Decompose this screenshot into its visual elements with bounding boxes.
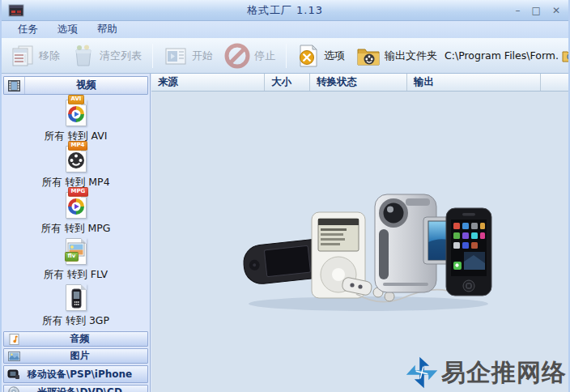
sidebar-item-all-to-mpg[interactable]: MPG 所有 转到 MPG <box>3 190 148 236</box>
start-icon <box>164 44 188 68</box>
output-folder-label: 输出文件夹 <box>385 49 437 63</box>
toolbar: 移除 清空列表 开始 <box>0 38 570 74</box>
trash-icon <box>71 44 96 68</box>
cd-disc-icon <box>4 386 23 392</box>
picture-icon <box>4 352 23 361</box>
sidebar-item-all-to-avi[interactable]: AVI 所有 转到 AVI <box>3 97 148 143</box>
output-folder-button[interactable]: 输出文件夹 <box>351 42 443 70</box>
flv-file-icon: flv <box>62 236 91 266</box>
sidebar-item-label: 所有 转到 FLV <box>44 268 108 282</box>
mpg-file-icon: MPG <box>62 190 91 220</box>
main-panel: 来源 大小 转换状态 输出 <box>151 74 570 392</box>
output-path-value: C:\Program Files\Form. <box>445 49 559 62</box>
watermark-logo-icon <box>404 355 440 390</box>
music-note-icon <box>4 334 23 345</box>
browse-output-button[interactable] <box>562 49 570 63</box>
menu-options[interactable]: 选项 <box>53 22 83 37</box>
options-icon <box>297 44 320 68</box>
titlebar: 格式工厂 1.13 – □ ✕ <box>0 0 570 21</box>
column-convert-state[interactable]: 转换状态 <box>310 74 407 91</box>
start-label: 开始 <box>192 49 213 63</box>
watermark-text: 易企推网络 <box>441 360 567 385</box>
task-list-area[interactable]: 易企推网络 <box>151 92 570 392</box>
column-size[interactable]: 大小 <box>265 74 310 91</box>
menu-tasks[interactable]: 任务 <box>13 22 43 37</box>
remove-button[interactable]: 移除 <box>5 41 66 70</box>
output-folder-icon <box>356 45 381 67</box>
sidebar-item-label: 所有 转到 MPG <box>41 222 111 236</box>
avi-tag: AVI <box>68 95 85 104</box>
column-blank <box>541 74 570 91</box>
video-items-list: AVI 所有 转到 AVI MP4 <box>3 96 148 330</box>
toolbar-separator <box>152 44 153 68</box>
mp4-tag: MP4 <box>68 141 88 151</box>
optical-section-label: 光驱设备\DVD\CD <box>23 386 147 392</box>
column-source[interactable]: 来源 <box>151 74 265 91</box>
column-output[interactable]: 输出 <box>407 74 541 91</box>
audio-section-label: 音频 <box>23 332 147 346</box>
menu-help[interactable]: 帮助 <box>92 22 122 37</box>
devices-illustration <box>239 190 494 313</box>
mp4-file-icon: MP4 <box>62 143 91 174</box>
window-title: 格式工厂 1.13 <box>0 3 570 18</box>
sidebar-section-picture[interactable]: 图片 <box>3 348 148 364</box>
3gp-file-icon <box>62 282 91 313</box>
sidebar: 视频 AVI 所有 转到 AVI <box>2 74 151 392</box>
minimize-button[interactable]: – <box>516 6 521 15</box>
browse-folder-icon <box>562 49 570 63</box>
stop-icon <box>224 43 250 69</box>
format-factory-window: 格式工厂 1.13 – □ ✕ 任务 选项 帮助 移除 <box>0 0 570 392</box>
menubar: 任务 选项 帮助 <box>0 21 570 38</box>
mobile-section-label: 移动设备\PSP\iPhone <box>23 368 147 381</box>
film-icon <box>4 77 25 94</box>
options-label: 选项 <box>324 49 345 63</box>
flv-tag: flv <box>65 252 79 262</box>
sidebar-item-all-to-flv[interactable]: flv 所有 转到 FLV <box>3 236 148 282</box>
stop-button[interactable]: 停止 <box>219 40 281 71</box>
video-section-label: 视频 <box>25 79 147 92</box>
watermark: 易企推网络 <box>404 355 567 390</box>
sidebar-item-label: 所有 转到 3GP <box>42 314 109 328</box>
maximize-button[interactable]: □ <box>532 6 541 15</box>
sidebar-item-all-to-3gp[interactable]: 所有 转到 3GP <box>3 282 148 328</box>
close-button[interactable]: ✕ <box>552 6 560 15</box>
avi-file-icon: AVI <box>62 97 91 128</box>
options-button[interactable]: 选项 <box>291 41 351 70</box>
sidebar-section-audio[interactable]: 音频 <box>3 331 148 347</box>
start-button[interactable]: 开始 <box>158 41 219 70</box>
mobile-device-icon <box>4 369 23 380</box>
sidebar-item-all-to-mp4[interactable]: MP4 所有 转到 MP4 <box>3 143 148 190</box>
clear-list-label: 清空列表 <box>100 49 142 63</box>
sidebar-section-video[interactable]: 视频 <box>3 76 148 95</box>
remove-label: 移除 <box>39 49 60 63</box>
toolbar-separator <box>286 44 287 68</box>
remove-list-icon <box>11 44 35 68</box>
picture-section-label: 图片 <box>23 349 147 363</box>
task-list-header: 来源 大小 转换状态 输出 <box>151 74 570 92</box>
sidebar-section-mobile-devices[interactable]: 移动设备\PSP\iPhone <box>3 365 148 383</box>
sidebar-section-optical-drive[interactable]: 光驱设备\DVD\CD <box>3 385 148 392</box>
mpg-tag: MPG <box>68 187 89 197</box>
stop-label: 停止 <box>254 49 275 63</box>
clear-list-button[interactable]: 清空列表 <box>66 41 147 70</box>
